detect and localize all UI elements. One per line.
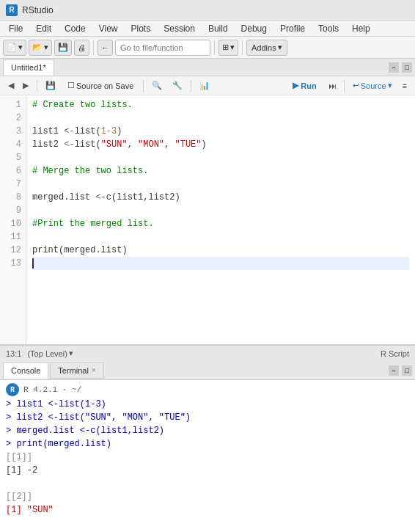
open-file-button[interactable]: 📂 ▾ — [29, 40, 52, 56]
goto-file-input[interactable] — [115, 40, 210, 56]
menu-file[interactable]: File — [3, 22, 29, 35]
print-button[interactable]: 🖨 — [74, 40, 89, 56]
title-bar: R RStudio — [0, 0, 415, 21]
save-button[interactable]: 💾 — [54, 40, 72, 56]
menu-bar: File Edit Code View Plots Session Build … — [0, 21, 415, 37]
separator-3 — [242, 40, 243, 55]
menu-help[interactable]: Help — [346, 22, 376, 35]
compile-icon: 📊 — [199, 81, 210, 90]
console-content[interactable]: R R 4.2.1 · ~/ > list1 <-list(1-3) > lis… — [0, 380, 415, 532]
source-on-save-label: Source on Save — [76, 81, 133, 90]
back-icon: ← — [101, 43, 109, 52]
code-line-5 — [32, 151, 409, 164]
menu-tools[interactable]: Tools — [312, 22, 345, 35]
app-icon: R — [6, 4, 18, 16]
console-line-6: [1] -2 — [6, 464, 409, 477]
app-title: RStudio — [22, 5, 54, 15]
source-button[interactable]: ↩ Source ▾ — [348, 79, 397, 93]
back-button[interactable]: ← — [98, 40, 113, 56]
maximize-console-button[interactable]: □ — [402, 365, 412, 376]
lines-button[interactable]: ≡ — [399, 79, 411, 93]
workspace-icon: ⊞ — [222, 43, 229, 52]
status-bar: 13:1 (Top Level) ▾ R Script — [0, 345, 415, 361]
menu-code[interactable]: Code — [59, 22, 92, 35]
source-dropdown-icon: ▾ — [388, 81, 392, 90]
terminal-tab-close[interactable]: × — [92, 366, 96, 374]
source-on-save-button[interactable]: ☐ Source on Save — [62, 79, 139, 93]
console-line-3: > merged.list <-c(list1,list2) — [6, 424, 409, 437]
menu-build[interactable]: Build — [202, 22, 234, 35]
source-label: Source — [361, 81, 386, 90]
addins-button[interactable]: Addins ▾ — [246, 40, 287, 56]
code-line-7 — [32, 178, 409, 191]
file-type: R Script — [381, 349, 409, 358]
ed-sep-3 — [191, 80, 191, 92]
code-line-2 — [32, 112, 409, 125]
nav-forward-button[interactable]: ▶ — [19, 79, 32, 93]
editor-tab-label: Untitled1* — [11, 63, 46, 72]
addins-dropdown-icon: ▾ — [278, 43, 282, 52]
run-button[interactable]: ▶ Run — [287, 79, 322, 93]
separator-2 — [214, 40, 215, 55]
ed-sep-1 — [37, 80, 37, 92]
code-editor[interactable]: 1 2 3 4 5 6 7 8 9 10 11 12 13 # Create t… — [0, 95, 415, 344]
search-button[interactable]: 🔍 — [148, 79, 166, 93]
menu-session[interactable]: Session — [158, 22, 201, 35]
search-icon: 🔍 — [152, 81, 162, 90]
run-arrow-icon: ▶ — [293, 81, 298, 90]
console-tab-controls: − □ — [389, 365, 412, 376]
workspace-btn[interactable]: ⊞ ▾ — [218, 40, 238, 56]
save-file-button[interactable]: 💾 — [42, 79, 59, 93]
menu-profile[interactable]: Profile — [274, 22, 311, 35]
console-line-1: > list1 <-list(1-3) — [6, 398, 409, 411]
console-line-7 — [6, 477, 409, 490]
menu-view[interactable]: View — [93, 22, 124, 35]
menu-edit[interactable]: Edit — [30, 22, 57, 35]
console-tab-console[interactable]: Console — [3, 362, 48, 379]
editor-tab-bar: Untitled1* − □ — [0, 59, 415, 76]
compile-btn[interactable]: 📊 — [196, 79, 213, 93]
addins-label: Addins — [251, 43, 276, 52]
console-header: R R 4.2.1 · ~/ — [6, 383, 409, 396]
run-next-button[interactable]: ⏭ — [325, 79, 340, 93]
console-tab-terminal[interactable]: Terminal × — [50, 362, 103, 379]
console-tab-bar: Console Terminal × − □ — [0, 361, 415, 380]
editor-container: Untitled1* − □ ◀ ▶ 💾 ☐ Source on Save 🔍 … — [0, 59, 415, 345]
main-toolbar: 📄 ▾ 📂 ▾ 💾 🖨 ← ⊞ ▾ Addins ▾ — [0, 37, 415, 59]
console-tabs: Console Terminal × — [3, 362, 104, 379]
code-line-3: list1 <-list(1-3) — [32, 125, 409, 138]
console-line-4: > print(merged.list) — [6, 437, 409, 451]
minimize-console-button[interactable]: − — [389, 365, 399, 376]
run-next-icon: ⏭ — [328, 81, 337, 90]
tools-icon: 🔧 — [172, 81, 183, 90]
editor-toolbar: ◀ ▶ 💾 ☐ Source on Save 🔍 🔧 📊 ▶ Run — [0, 76, 415, 95]
scope-dropdown-icon[interactable]: ▾ — [69, 349, 73, 358]
save-icon: 💾 — [58, 43, 68, 52]
new-file-dropdown-icon: ▾ — [18, 43, 23, 52]
terminal-tab-label: Terminal — [58, 366, 89, 375]
console-line-8: [[2]] — [6, 490, 409, 503]
maximize-editor-button[interactable]: □ — [402, 62, 412, 73]
line-numbers: 1 2 3 4 5 6 7 8 9 10 11 12 13 — [0, 95, 26, 344]
editor-toolbar-right: ▶ Run ⏭ ↩ Source ▾ ≡ — [287, 79, 411, 93]
lines-icon: ≡ — [403, 81, 407, 90]
ed-sep-2 — [143, 80, 144, 92]
editor-tab-untitled1[interactable]: Untitled1* — [3, 59, 54, 76]
new-file-button[interactable]: 📄 ▾ — [3, 40, 26, 56]
console-line-2: > list2 <-list("SUN", "MON", "TUE") — [6, 411, 409, 424]
menu-plots[interactable]: Plots — [125, 22, 157, 35]
code-line-8: merged.list <-c(list1,list2) — [32, 191, 409, 204]
code-line-12: print(merged.list) — [32, 244, 409, 257]
ed-sep-4 — [344, 80, 345, 92]
menu-debug[interactable]: Debug — [235, 22, 273, 35]
tools-button[interactable]: 🔧 — [169, 79, 186, 93]
code-line-10: #Print the merged list. — [32, 217, 409, 230]
code-line-6: # Merge the two lists. — [32, 164, 409, 178]
code-content[interactable]: # Create two lists. list1 <-list(1-3) li… — [26, 95, 415, 344]
console-container: Console Terminal × − □ R R 4.2.1 · ~/ > … — [0, 361, 415, 532]
nav-back-button[interactable]: ◀ — [4, 79, 18, 93]
console-line-9: [1] "SUN" — [6, 503, 409, 517]
minimize-editor-button[interactable]: − — [389, 62, 399, 73]
cursor-position: 13:1 — [6, 349, 21, 358]
console-line-10 — [6, 517, 409, 530]
